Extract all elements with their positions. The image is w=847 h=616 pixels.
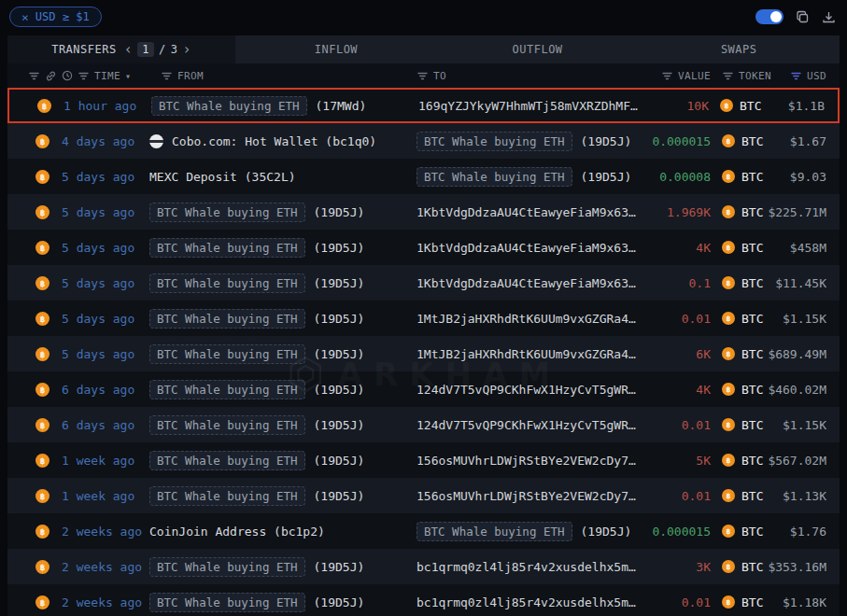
table-row[interactable]: ฿5 days agoBTC Whale buying ETH(19D5J)1K…	[7, 194, 840, 230]
time-cell[interactable]: 5 days ago	[62, 241, 149, 255]
entity-id[interactable]: (19D5J)	[314, 312, 365, 326]
entity-tag[interactable]: BTC Whale buying ETH	[149, 309, 305, 329]
filter-icon[interactable]	[661, 70, 673, 82]
download-icon[interactable]	[822, 10, 836, 24]
address[interactable]: 156osMUVhrLDWjRStBYe2VEW2cDy7xWrc8	[416, 489, 640, 503]
entity-tag[interactable]: BTC Whale buying ETH	[149, 238, 305, 258]
filter-icon[interactable]	[722, 70, 734, 82]
time-cell[interactable]: 1 week ago	[62, 489, 149, 503]
filter-icon[interactable]	[28, 70, 40, 82]
entity-id[interactable]: (19D5J)	[314, 560, 365, 574]
table-row[interactable]: ฿1 week agoBTC Whale buying ETH(19D5J)15…	[7, 442, 840, 478]
entity-tag[interactable]: BTC Whale buying ETH	[149, 486, 305, 506]
table-row[interactable]: ฿5 days agoBTC Whale buying ETH(19D5J)1M…	[7, 301, 840, 336]
entity-label[interactable]: MEXC Deposit (35C2L)	[149, 170, 296, 184]
table-row[interactable]: ฿2 weeks agoCoinJoin Address (bc1p2)BTC …	[7, 513, 840, 549]
table-row[interactable]: ฿6 days agoBTC Whale buying ETH(19D5J)12…	[7, 407, 840, 442]
token-cell[interactable]: ฿BTC	[711, 418, 765, 432]
time-cell[interactable]: 5 days ago	[62, 170, 149, 184]
entity-tag[interactable]: BTC Whale buying ETH	[416, 167, 572, 187]
col-usd[interactable]: USD	[807, 70, 826, 82]
address[interactable]: 124dV7T5vQP9CKhFwX1HzyCvT5gWRv4Pto	[416, 383, 640, 397]
token-cell[interactable]: ฿BTC	[711, 241, 765, 255]
token-cell[interactable]: ฿BTC	[711, 595, 765, 609]
entity-id[interactable]: (19D5J)	[314, 276, 365, 290]
link-icon[interactable]	[45, 70, 57, 82]
table-row[interactable]: ฿6 days agoBTC Whale buying ETH(19D5J)12…	[7, 371, 840, 407]
time-cell[interactable]: 6 days ago	[62, 418, 149, 432]
copy-icon[interactable]	[796, 10, 810, 24]
token-cell[interactable]: ฿BTC	[711, 383, 765, 397]
token-cell[interactable]: ฿BTC	[711, 560, 765, 574]
address[interactable]: 1KbtVdgDdzaAU4CtEawyeFiaM9x63DCava	[416, 241, 640, 255]
token-cell[interactable]: ฿BTC	[711, 170, 765, 184]
token-cell[interactable]: ฿BTC	[711, 525, 765, 539]
entity-tag[interactable]: BTC Whale buying ETH	[149, 344, 305, 364]
time-cell[interactable]: 2 weeks ago	[62, 595, 149, 609]
chip-close-icon[interactable]: ×	[21, 11, 29, 23]
entity-id[interactable]: (19D5J)	[314, 489, 365, 503]
entity-tag[interactable]: BTC Whale buying ETH	[149, 415, 305, 435]
time-cell[interactable]: 5 days ago	[62, 312, 149, 326]
usd-toggle[interactable]	[755, 9, 783, 24]
entity-label[interactable]: Cobo.com: Hot Wallet (bc1q0)	[172, 134, 376, 148]
col-value[interactable]: VALUE	[678, 70, 711, 82]
col-from[interactable]: FROM	[177, 70, 204, 82]
address[interactable]: 1MtJB2jaHXRhdRtK6UUm9vxGZGRa4GEpYn	[416, 312, 640, 326]
token-cell[interactable]: ฿BTC	[711, 276, 765, 290]
time-cell[interactable]: 2 weeks ago	[62, 525, 149, 539]
table-row[interactable]: ฿1 hour agoBTC Whale buying ETH(17MWd)16…	[7, 88, 840, 123]
chevron-down-icon[interactable]: ▾	[125, 71, 131, 81]
token-cell[interactable]: ฿BTC	[709, 99, 763, 113]
entity-tag[interactable]: BTC Whale buying ETH	[151, 96, 307, 116]
entity-id[interactable]: (19D5J)	[314, 595, 365, 609]
entity-id[interactable]: (19D5J)	[314, 205, 365, 219]
time-cell[interactable]: 1 hour ago	[64, 99, 151, 113]
token-cell[interactable]: ฿BTC	[711, 347, 765, 361]
entity-tag[interactable]: BTC Whale buying ETH	[149, 203, 305, 222]
entity-tag[interactable]: BTC Whale buying ETH	[149, 273, 305, 293]
time-cell[interactable]: 5 days ago	[62, 205, 149, 219]
entity-id[interactable]: (19D5J)	[314, 454, 365, 468]
filter-icon[interactable]	[416, 70, 429, 82]
filter-icon-active[interactable]	[790, 70, 802, 82]
table-row[interactable]: ฿5 days agoBTC Whale buying ETH(19D5J)1M…	[7, 336, 840, 371]
entity-label[interactable]: CoinJoin Address (bc1p2)	[149, 525, 325, 539]
entity-tag[interactable]: BTC Whale buying ETH	[149, 451, 305, 470]
entity-tag[interactable]: BTC Whale buying ETH	[149, 380, 305, 399]
table-row[interactable]: ฿5 days agoBTC Whale buying ETH(19D5J)1K…	[7, 265, 840, 301]
entity-tag[interactable]: BTC Whale buying ETH	[149, 593, 305, 612]
time-cell[interactable]: 4 days ago	[62, 134, 149, 148]
table-row[interactable]: ฿2 weeks agoBTC Whale buying ETH(19D5J)b…	[7, 549, 840, 584]
filter-icon[interactable]	[161, 70, 173, 82]
address[interactable]: 1MtJB2jaHXRhdRtK6UUm9vxGZGRa4GEpYn	[416, 347, 640, 361]
tab-inflow[interactable]: INFLOW	[235, 35, 437, 63]
page-prev-icon[interactable]: ‹	[124, 43, 134, 57]
col-time[interactable]: TIME	[94, 70, 120, 82]
entity-tag[interactable]: BTC Whale buying ETH	[416, 522, 572, 541]
address[interactable]: 1KbtVdgDdzaAU4CtEawyeFiaM9x63DCava	[416, 205, 640, 219]
token-cell[interactable]: ฿BTC	[711, 312, 765, 326]
entity-id[interactable]: (19D5J)	[581, 170, 632, 184]
time-cell[interactable]: 5 days ago	[62, 347, 149, 361]
filter-icon[interactable]	[78, 70, 90, 82]
tab-outflow[interactable]: OUTFLOW	[437, 35, 639, 63]
entity-id[interactable]: (19D5J)	[314, 383, 365, 397]
address[interactable]: 169qYZJYkyW7HhmWTj58mVXRZDhMFHPZPd	[418, 99, 638, 113]
col-to[interactable]: TO	[433, 70, 446, 82]
entity-tag[interactable]: BTC Whale buying ETH	[416, 132, 572, 151]
token-cell[interactable]: ฿BTC	[711, 489, 765, 503]
entity-id[interactable]: (19D5J)	[314, 418, 365, 432]
time-cell[interactable]: 6 days ago	[62, 383, 149, 397]
tab-swaps[interactable]: SWAPS	[638, 35, 840, 63]
table-row[interactable]: ฿5 days agoMEXC Deposit (35C2L)BTC Whale…	[7, 159, 840, 194]
token-cell[interactable]: ฿BTC	[711, 205, 765, 219]
time-cell[interactable]: 1 week ago	[62, 454, 149, 468]
entity-id[interactable]: (19D5J)	[314, 347, 365, 361]
table-row[interactable]: ฿1 week agoBTC Whale buying ETH(19D5J)15…	[7, 478, 840, 513]
time-cell[interactable]: 5 days ago	[62, 276, 149, 290]
table-row[interactable]: ฿5 days agoBTC Whale buying ETH(19D5J)1K…	[7, 230, 840, 265]
entity-id[interactable]: (19D5J)	[581, 134, 632, 148]
page-next-icon[interactable]: ›	[182, 43, 191, 57]
tab-transfers[interactable]: TRANSFERS ‹ 1 / 3 ›	[7, 35, 235, 63]
